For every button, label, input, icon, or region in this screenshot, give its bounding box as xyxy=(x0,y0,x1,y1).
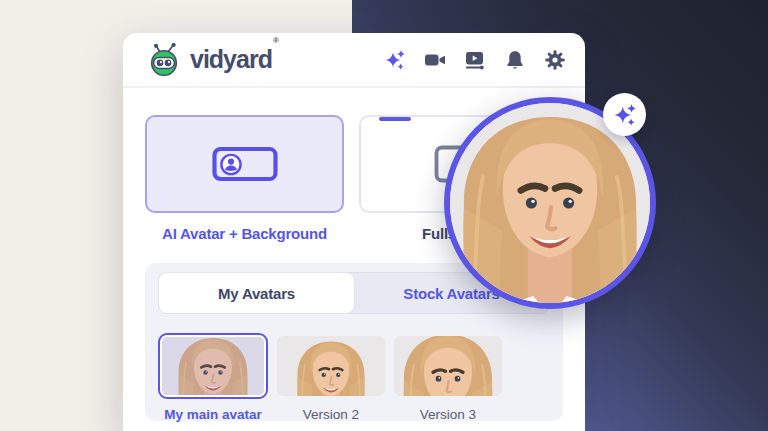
settings-gear-icon[interactable] xyxy=(544,49,566,71)
video-library-icon[interactable] xyxy=(464,49,486,71)
ai-sparkles-icon xyxy=(613,103,637,127)
avatar-label-my-main: My main avatar xyxy=(158,407,268,422)
record-camera-icon[interactable] xyxy=(424,49,446,71)
ai-sparkles-icon[interactable] xyxy=(384,49,406,71)
avatar-thumb-labels: My main avatar Version 2 Version 3 xyxy=(158,407,550,422)
screenshot-stage: vidyard® xyxy=(0,0,768,431)
avatar-thumb-version-2[interactable] xyxy=(277,336,385,396)
avatar-thumb-my-main[interactable] xyxy=(158,333,268,399)
ai-sparkle-badge xyxy=(603,93,646,136)
logo-text: vidyard xyxy=(190,45,272,73)
header-toolbar xyxy=(384,49,566,71)
mode-card-ai-avatar-background[interactable] xyxy=(145,115,344,213)
logo-wordmark: vidyard® xyxy=(190,45,278,74)
registered-mark: ® xyxy=(273,36,279,45)
tab-my-avatars[interactable]: My Avatars xyxy=(159,273,354,313)
avatar-label-version-3: Version 3 xyxy=(394,407,502,422)
notifications-bell-icon[interactable] xyxy=(504,49,526,71)
avatar-thumb-version-3[interactable] xyxy=(394,336,502,396)
avatar-in-frame-icon xyxy=(212,146,278,182)
mode-label-ai-avatar-background[interactable]: AI Avatar + Background xyxy=(145,225,344,242)
avatar-photo xyxy=(162,337,264,395)
app-header: vidyard® xyxy=(123,33,585,88)
avatar-photo xyxy=(277,336,385,396)
avatar-thumbnails xyxy=(158,333,550,399)
avatar-label-version-2: Version 2 xyxy=(277,407,385,422)
avatar-photo xyxy=(394,336,502,396)
active-tool-indicator xyxy=(379,117,411,121)
vidyard-logo: vidyard® xyxy=(147,43,278,77)
vidyard-robot-icon xyxy=(147,43,183,77)
